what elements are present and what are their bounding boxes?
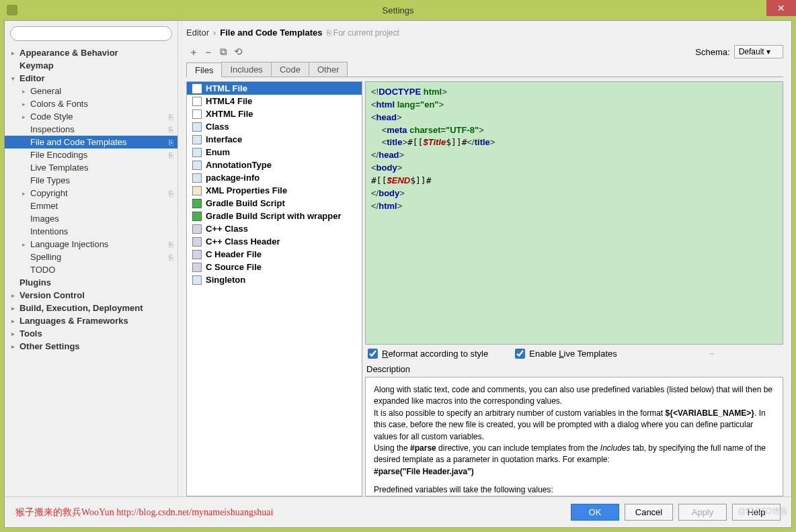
sidebar: ▸Appearance & BehaviorKeymap▾Editor▸Gene… — [5, 21, 178, 496]
content-panel: Editor › File and Code Templates ⎘ For c… — [178, 21, 791, 496]
tree-item[interactable]: Live Templates — [5, 161, 177, 174]
apply-button[interactable]: Apply — [678, 504, 727, 521]
file-item[interactable]: C Header File — [187, 248, 362, 261]
file-item[interactable]: XHTML File — [187, 107, 362, 120]
file-item[interactable]: XML Properties File — [187, 184, 362, 197]
tree-item[interactable]: Plugins — [5, 276, 177, 289]
schema-label: Schema: — [695, 47, 729, 57]
file-item[interactable]: HTML4 File — [187, 95, 362, 107]
tab-files[interactable]: Files — [186, 62, 222, 77]
tree-item[interactable]: ▸Languages & Frameworks — [5, 314, 177, 327]
add-button[interactable]: + — [186, 44, 201, 59]
template-toolbar: + − ⧉ ⟲ Schema: Default ▾ — [186, 44, 783, 59]
tree-item[interactable]: Emmet — [5, 200, 177, 212]
tree-item[interactable]: ▸Other Settings — [5, 340, 177, 353]
description-box[interactable]: Along with static text, code and comment… — [365, 377, 783, 496]
tree-item[interactable]: Keymap — [5, 59, 177, 72]
file-item[interactable]: C++ Class Header — [187, 235, 362, 248]
tree-item[interactable]: ▸General — [5, 85, 177, 97]
template-editor[interactable]: <!DOCTYPE html> <html lang="en"> <head> … — [365, 81, 783, 345]
tree-item[interactable]: File and Code Templates⎘ — [5, 136, 177, 148]
tree-item[interactable]: ▸Code Style⎘ — [5, 110, 177, 123]
file-item[interactable]: package-info — [187, 171, 362, 184]
settings-tree[interactable]: ▸Appearance & BehaviorKeymap▾Editor▸Gene… — [5, 46, 177, 496]
tab-other[interactable]: Other — [309, 62, 348, 77]
file-item[interactable]: Enum — [187, 146, 362, 159]
file-item[interactable]: Gradle Build Script — [187, 197, 362, 210]
tree-item[interactable]: ▸Build, Execution, Deployment — [5, 302, 177, 314]
reformat-checkbox[interactable]: RReformat according to styleeformat acco… — [368, 349, 488, 359]
file-item[interactable]: Singleton — [187, 273, 362, 286]
tree-item[interactable]: Intentions — [5, 225, 177, 238]
window-title: Settings — [383, 5, 414, 15]
description-label: Description — [366, 364, 783, 374]
tree-item[interactable]: TODO — [5, 263, 177, 276]
tree-item[interactable]: ▸Version Control — [5, 289, 177, 302]
tree-item[interactable]: ▸Appearance & Behavior — [5, 46, 177, 59]
template-list[interactable]: HTML FileHTML4 FileXHTML FileClassInterf… — [186, 81, 362, 496]
tree-item[interactable]: File Types — [5, 174, 177, 187]
tree-item[interactable]: Spelling⎘ — [5, 251, 177, 263]
breadcrumb-scope: ⎘ For current project — [327, 28, 399, 38]
close-button[interactable]: ✕ — [766, 0, 796, 16]
tree-item[interactable]: File Encodings⎘ — [5, 148, 177, 161]
revert-button[interactable]: ⟲ — [231, 44, 245, 59]
credit-text: 猴子搬来的救兵WooYun http://blog.csdn.net/mynam… — [15, 506, 273, 519]
schema-select[interactable]: Default ▾ — [734, 45, 783, 58]
file-item[interactable]: AnnotationType — [187, 159, 362, 171]
breadcrumb-root[interactable]: Editor — [186, 28, 209, 38]
file-item[interactable]: C++ Class — [187, 222, 362, 235]
tree-item[interactable]: ▸Colors & Fonts — [5, 97, 177, 110]
cancel-button[interactable]: Cancel — [625, 504, 673, 521]
tree-item[interactable]: ▸Tools — [5, 327, 177, 340]
file-item[interactable]: HTML File — [187, 82, 362, 95]
file-item[interactable]: Interface — [187, 133, 362, 146]
tree-item[interactable]: Inspections⎘ — [5, 123, 177, 136]
tree-item[interactable]: ▸Language Injections⎘ — [5, 238, 177, 251]
breadcrumb: Editor › File and Code Templates ⎘ For c… — [186, 28, 783, 38]
settings-window: ▸Appearance & BehaviorKeymap▾Editor▸Gene… — [4, 20, 792, 528]
titlebar: Settings ✕ — [0, 0, 796, 20]
file-item[interactable]: Class — [187, 120, 362, 133]
app-icon — [7, 5, 17, 15]
file-item[interactable]: Gradle Build Script with wrapper — [187, 210, 362, 222]
dialog-footer: 猴子搬来的救兵WooYun http://blog.csdn.net/mynam… — [5, 496, 791, 527]
copy-button[interactable]: ⧉ — [216, 44, 231, 59]
breadcrumb-current: File and Code Templates — [220, 28, 322, 38]
watermark: @51CTO博客 — [738, 506, 788, 517]
search-input[interactable] — [10, 26, 172, 41]
remove-button[interactable]: − — [201, 44, 216, 59]
template-tabs: FilesIncludesCodeOther — [186, 62, 783, 77]
tab-includes[interactable]: Includes — [221, 62, 271, 77]
tab-code[interactable]: Code — [271, 62, 309, 77]
tree-item[interactable]: ▾Editor — [5, 72, 177, 85]
file-item[interactable]: C Source File — [187, 261, 362, 273]
live-templates-checkbox[interactable]: Enable Live Templates — [515, 349, 617, 359]
tree-item[interactable]: Images — [5, 212, 177, 225]
tree-item[interactable]: ▸Copyright⎘ — [5, 187, 177, 200]
ok-button[interactable]: OK — [571, 504, 619, 521]
